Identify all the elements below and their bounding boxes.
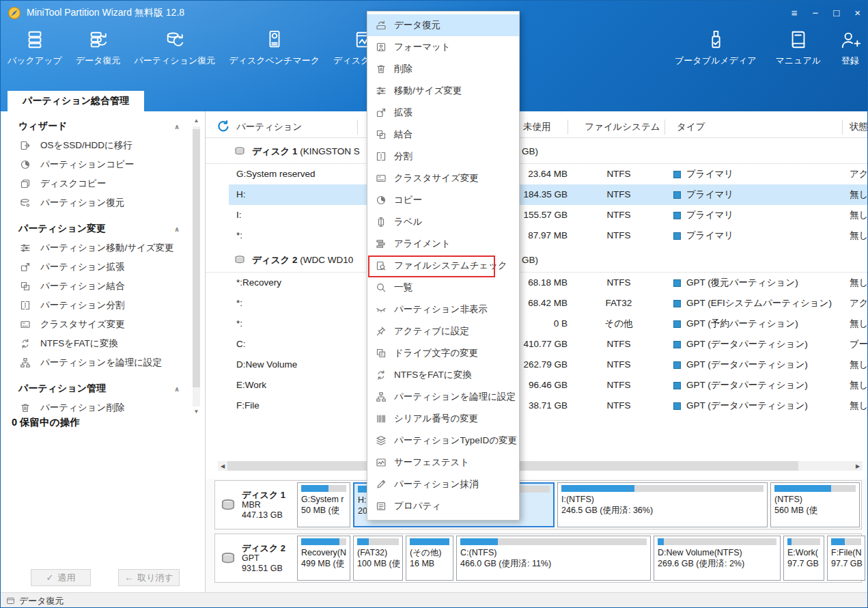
set-active-icon	[376, 326, 387, 337]
menu-item-set-logical[interactable]: パーティションを論理に設定	[367, 386, 519, 408]
sidebar-item-split[interactable]: パーティション分割	[1, 296, 189, 315]
menu-item-surface-test[interactable]: サーフェステスト	[367, 452, 519, 473]
scroll-up-icon[interactable]: ▲	[194, 117, 199, 125]
partition-row[interactable]: *:0 Bその他GPT (予約パーティション)無し	[206, 314, 868, 334]
disk-map: ディスク 1MBR447.13 GBG:System r50 MB (使H:20…	[206, 479, 868, 592]
disk-group-row[interactable]: ディスク 2 (WDC WD10GB)	[206, 249, 868, 273]
disk-map-partition[interactable]: D:New Volume(NTFS)269.6 GB (使用済: 2%)	[654, 536, 781, 581]
disk-map-partition[interactable]: C:(NTFS)466.0 GB (使用済: 11%)	[456, 536, 651, 581]
disk-map-partition[interactable]: E:Work(97.7 GB	[783, 536, 824, 581]
toolbar-bootable-media-button[interactable]: ブータブルメディア	[675, 29, 756, 67]
sidebar-item-set-logical[interactable]: パーティションを論理に設定	[1, 353, 189, 372]
partition-row[interactable]: C:410.77 GBNTFSGPT (データパーティション)ブート	[206, 334, 868, 355]
table-rows: ディスク 1 (KINGSTON SGB)G:System reserved23…	[206, 140, 868, 416]
menu-item-move-resize[interactable]: 移動/サイズ変更	[367, 80, 519, 102]
toolbar-register-button[interactable]: 登録	[840, 29, 860, 67]
disk-group-row[interactable]: ディスク 1 (KINGSTON SGB)	[206, 140, 868, 164]
horizontal-scrollbar[interactable]: ◀ ▶	[218, 461, 863, 471]
menu-item-label: 一覧	[394, 281, 412, 294]
apply-button[interactable]: ✓ 適用	[31, 569, 91, 586]
menu-item-hide[interactable]: パーティション非表示	[367, 299, 519, 320]
disk-map-partition[interactable]: (その他)16 MB	[406, 536, 453, 581]
column-header-status[interactable]: 状態	[850, 117, 868, 137]
menu-item-change-letter[interactable]: Eドライブ文字の変更	[367, 342, 519, 364]
menu-item-split[interactable]: 分割	[367, 146, 519, 167]
maximize-icon[interactable]: □	[833, 8, 839, 18]
sidebar-scrollbar[interactable]: ▲ ▼	[192, 117, 201, 416]
sidebar-item-cluster-size[interactable]: クラスタサイズ変更	[1, 315, 189, 334]
menu-item-merge[interactable]: 結合	[367, 124, 519, 146]
sidebar-item-move-resize[interactable]: パーティション移動/サイズ変更	[1, 238, 189, 258]
menu-item-label[interactable]: ラベル	[367, 211, 519, 233]
sidebar-item-disk-copy[interactable]: ディスクコピー	[1, 174, 189, 193]
scrollbar-track[interactable]	[193, 126, 200, 406]
column-header-filesystem[interactable]: ファイルシステム	[585, 117, 660, 137]
menu-item-set-active[interactable]: アクティブに設定	[367, 320, 519, 342]
toolbar-manual-button[interactable]: マニュアル	[775, 29, 821, 67]
toolbar-data-recovery-button[interactable]: データ復元	[76, 29, 121, 67]
menu-item-cluster-size[interactable]: クラスタサイズ変更	[367, 167, 519, 189]
menu-item-align[interactable]: アライメント	[367, 233, 519, 255]
scroll-left-icon[interactable]: ◀	[218, 461, 227, 471]
toolbar-backup-button[interactable]: バックアップ	[8, 29, 62, 67]
menu-item-copy[interactable]: コピー	[367, 189, 519, 211]
sidebar-item-partition-copy[interactable]: パーティションコピー	[1, 155, 189, 174]
sidebar-item-extend[interactable]: パーティション拡張	[1, 258, 189, 277]
menu-item-label: アクティブに設定	[394, 325, 469, 337]
disk-map-partition[interactable]: F:File(N97.7 GB	[827, 536, 865, 581]
sidebar-item-merge[interactable]: パーティション結合	[1, 277, 189, 296]
sidebar-section-header[interactable]: パーティション管理∧	[1, 379, 189, 398]
column-header-unused[interactable]: 未使用	[523, 117, 551, 137]
tab-partition-management[interactable]: パーティション総合管理	[8, 91, 144, 111]
partition-row[interactable]: G:System reserved23.64 MBNTFSプライマリアクティブ	[206, 164, 868, 184]
menu-item-extend[interactable]: 拡張	[367, 102, 519, 124]
menu-item-change-typeid[interactable]: パーティションTypeIDの変更	[367, 430, 519, 452]
scrollbar-thumb[interactable]	[193, 129, 200, 387]
disk-info[interactable]: ディスク 1MBR447.13 GB	[216, 482, 294, 527]
sidebar-item-convert-ntfs-fat[interactable]: NTFSをFATに変換	[1, 334, 189, 353]
partition-row[interactable]: *:87.97 MBNTFSプライマリ無し	[206, 225, 868, 246]
menu-item-properties[interactable]: プロパティ	[367, 495, 519, 517]
sidebar-section-header[interactable]: パーティション変更∧	[1, 219, 189, 238]
scroll-right-icon[interactable]: ▶	[853, 461, 863, 471]
menu-item-explore[interactable]: 一覧	[367, 277, 519, 299]
disk-map-partition[interactable]: (FAT32)100 MB (使	[353, 536, 403, 581]
close-icon[interactable]: ×	[854, 8, 860, 18]
menu-item-recover[interactable]: データ復元	[367, 14, 519, 36]
scroll-down-icon[interactable]: ▼	[194, 408, 199, 416]
menu-item-fs-check[interactable]: ファイルシステムチェック	[367, 255, 519, 277]
sidebar-section-header[interactable]: ウィザード∧	[1, 117, 189, 136]
partition-row[interactable]: H:184.35 GBNTFSプライマリ無し	[206, 184, 868, 205]
undo-button[interactable]: ← 取り消す	[118, 569, 180, 586]
disk-map-partition[interactable]: (NTFS)560 MB (使	[770, 482, 860, 527]
column-header-type[interactable]: タイプ	[677, 117, 705, 137]
menu-item-change-serial[interactable]: シリアル番号の変更	[367, 408, 519, 430]
toolbar-partition-recovery-button[interactable]: パーティション復元	[134, 29, 215, 67]
disk-map-partition[interactable]: G:System r50 MB (使	[297, 482, 350, 527]
partition-row[interactable]: *:Recovery68.18 MBNTFSGPT (復元パーティション)無し	[206, 273, 868, 293]
menu-item-delete[interactable]: 削除	[367, 58, 519, 80]
disk-map-partition[interactable]: I:(NTFS)246.5 GB (使用済: 36%)	[557, 482, 768, 527]
partition-row[interactable]: D:New Volume262.79 GBNTFSGPT (データパーティション…	[206, 355, 868, 375]
menu-item-format[interactable]: フォーマット	[367, 36, 519, 58]
menu-item-convert-ntfs-fat[interactable]: NTFSをFATに変換	[367, 364, 519, 386]
sidebar-item-delete[interactable]: パーティション削除	[1, 398, 189, 413]
sidebar-item-partition-recovery[interactable]: パーティション復元	[1, 193, 189, 212]
partition-row[interactable]: E:Work96.46 GBNTFSGPT (データパーティション)無し	[206, 375, 868, 396]
sidebar-item-migrate-os[interactable]: OSをSSD/HDDに移行	[1, 136, 189, 155]
column-header-partition[interactable]: パーティション	[236, 117, 302, 137]
partition-row[interactable]: *:68.42 MBFAT32GPT (EFIシステムパーティション)アクティブ	[206, 293, 868, 314]
disk3d-icon	[219, 497, 237, 512]
toolbar-disk-benchmark-button[interactable]: ディスクベンチマーク	[229, 29, 320, 67]
disk-info[interactable]: ディスク 2GPT931.51 GB	[216, 536, 294, 581]
partition-size: 246.5 GB (使用済: 36%)	[561, 505, 764, 516]
recover-icon	[376, 20, 387, 31]
menu-item-wipe[interactable]: パーティション抹消	[367, 473, 519, 495]
refresh-button[interactable]	[216, 120, 230, 136]
menu-icon[interactable]: ≡	[792, 8, 798, 18]
type-legend-icon	[673, 320, 681, 328]
partition-row[interactable]: F:File38.71 GBNTFSGPT (データパーティション)無し	[206, 396, 868, 416]
minimize-icon[interactable]: −	[812, 8, 818, 18]
disk-map-partition[interactable]: Recovery(N499 MB (使	[297, 536, 350, 581]
partition-row[interactable]: I:155.57 GBNTFSプライマリ無し	[206, 205, 868, 225]
